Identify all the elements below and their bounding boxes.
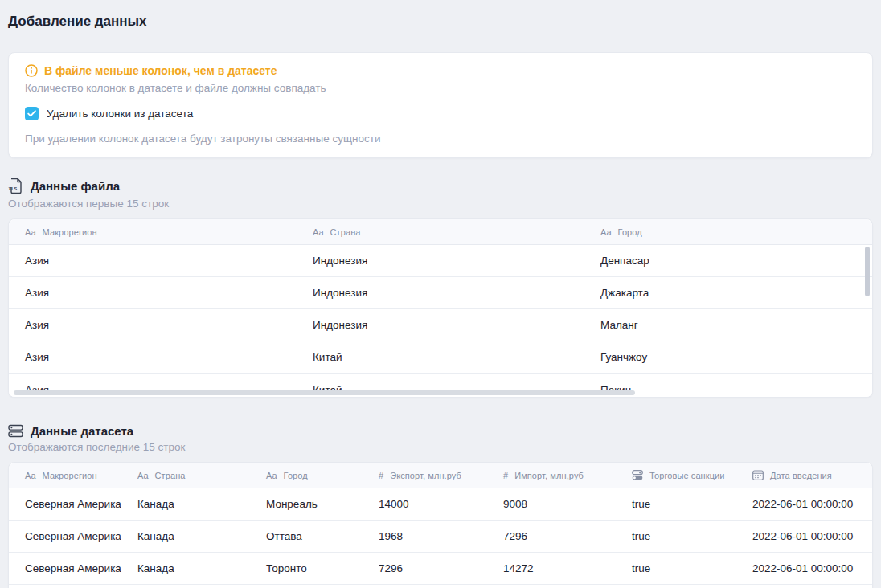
dataset-table: АаМакрорегионАаСтранаАаГород#Экспорт, мл… [9,463,872,588]
column-header-label: Дата введения [770,471,832,480]
date-type-icon [752,470,764,480]
xls-file-icon: XLS [8,178,23,194]
add-data-page: Добавление данных В файле меньше колонок… [0,0,881,588]
table-cell: 2022-06-01 00:00:00 [736,498,872,510]
table-cell: Индонезия [297,255,584,267]
table-cell: 14272 [487,562,616,574]
table-cell: true [616,498,736,510]
column-header-label: Страна [330,227,361,237]
table-cell: Денпасар [584,255,872,267]
info-circle-icon [25,64,38,77]
column-header-label: Макрорегион [43,471,97,480]
table-row: Северная АмерикаКанадаОттава19687296true… [9,521,872,553]
text-type-icon: Аа [313,227,324,237]
column-header-label: Страна [155,471,186,480]
table-row: АзияИндонезияДжакарта [9,277,872,309]
text-type-icon: Аа [266,471,277,480]
warning-title: В файле меньше колонок, чем в датасете [44,64,277,77]
number-type-icon: # [503,471,508,480]
warning-note: При удалении колонок датасета будут затр… [25,133,856,145]
table-cell: Канада [121,562,250,574]
dataset-section-title: Данные датасета [31,424,133,438]
table-row: Северная АмерикаКанадаТоронто729614272tr… [9,553,872,585]
delete-columns-checkbox[interactable] [25,107,39,120]
column-header: АаСтрана [297,227,584,237]
table-cell: true [616,562,736,574]
number-type-icon: # [379,471,383,480]
table-cell: 1968 [363,530,487,542]
table-cell: Джакарта [584,287,872,299]
column-header: АаГород [584,227,872,237]
table-cell: Канада [121,530,250,542]
table-cell: Канада [121,498,250,510]
column-header: #Импорт, млн,руб [487,471,616,480]
warning-subtitle: Количество колонок в датасете и файле до… [25,82,856,94]
dataset-section-subtitle: Отображаются последние 15 строк [8,441,873,453]
table-cell: 2022-06-01 00:00:00 [736,562,872,574]
column-mismatch-warning-card: В файле меньше колонок, чем в датасете К… [8,52,873,158]
table-cell: Северная Америка [9,530,121,542]
table-cell: Индонезия [297,319,584,331]
table-cell: Китай [297,351,584,363]
warning-title-row: В файле меньше колонок, чем в датасете [25,64,856,77]
vertical-scrollbar-thumb[interactable] [865,247,870,296]
table-cell: Азия [9,351,297,363]
table-cell: true [616,530,736,542]
column-header-label: Город [618,227,642,237]
column-header: Дата введения [736,470,872,480]
table-cell: Азия [9,255,297,267]
table-cell: Азия [9,287,297,299]
table-cell: Северная Америка [9,562,121,574]
text-type-icon: Аа [137,471,149,480]
text-type-icon: Аа [25,227,36,237]
file-data-section-header: XLS Данные файла [8,178,873,194]
table-row: АзияИндонезияМаланг [9,309,872,341]
column-header-label: Макрорегион [43,227,97,237]
page-title: Добавление данных [8,14,873,30]
column-header: Торговые санкции [616,470,736,480]
table-row: Северная АмерикаСШАЛос-Анджелес72968736t… [9,585,872,588]
column-header-label: Экспорт, млн.руб [390,471,461,480]
table-cell: Индонезия [297,287,584,299]
column-header-label: Импорт, млн,руб [514,471,584,480]
table-cell: 2022-06-01 00:00:00 [736,530,872,542]
table-row: АзияКитайГуанчжоу [9,341,872,374]
text-type-icon: Аа [600,227,612,237]
table-cell: 7296 [363,562,487,574]
delete-columns-checkbox-row: Удалить колонки из датасета [25,107,856,120]
table-header-row: АаМакрорегионАаСтранаАаГород#Экспорт, мл… [9,463,872,488]
table-cell: 7296 [487,530,616,542]
checkmark-icon [27,110,36,117]
table-cell: Монреаль [250,498,363,510]
column-header-label: Город [284,471,308,480]
table-row: Северная АмерикаКанадаМонреаль140009008t… [9,488,872,521]
svg-text:XLS: XLS [9,186,18,191]
table-cell: Маланг [584,319,872,331]
column-header: #Экспорт, млн.руб [363,471,487,480]
file-data-table-card: АаМакрорегионАаСтранаАаГородАзияИндонези… [8,218,873,398]
table-cell: Торонто [250,562,363,574]
table-cell: 14000 [363,498,487,510]
table-cell: Азия [9,319,297,331]
table-cell: Гуанчжоу [584,351,872,363]
horizontal-scrollbar-thumb[interactable] [14,390,635,395]
table-cell: Северная Америка [9,498,121,510]
column-header: АаМакрорегион [9,227,297,237]
text-type-icon: Аа [25,471,36,480]
file-data-table: АаМакрорегионАаСтранаАаГородАзияИндонези… [9,219,872,398]
table-cell: Оттава [250,530,363,542]
table-row: АзияИндонезияДенпасар [9,245,872,277]
delete-columns-checkbox-label[interactable]: Удалить колонки из датасета [47,108,193,120]
column-header-label: Торговые санкции [649,471,725,480]
table-cell: 9008 [487,498,616,510]
file-data-section-subtitle: Отображаются первые 15 строк [8,198,873,210]
dataset-section-header: Данные датасета [8,424,873,438]
file-data-section-title: Данные файла [31,179,120,193]
column-header: АаГород [250,471,363,480]
dataset-table-card: АаМакрорегионАаСтранаАаГород#Экспорт, мл… [8,462,873,588]
column-header: АаМакрорегион [9,471,121,480]
boolean-type-icon [632,470,643,480]
column-header: АаСтрана [121,471,250,480]
table-header-row: АаМакрорегионАаСтранаАаГород [9,219,872,245]
database-icon [8,424,23,438]
